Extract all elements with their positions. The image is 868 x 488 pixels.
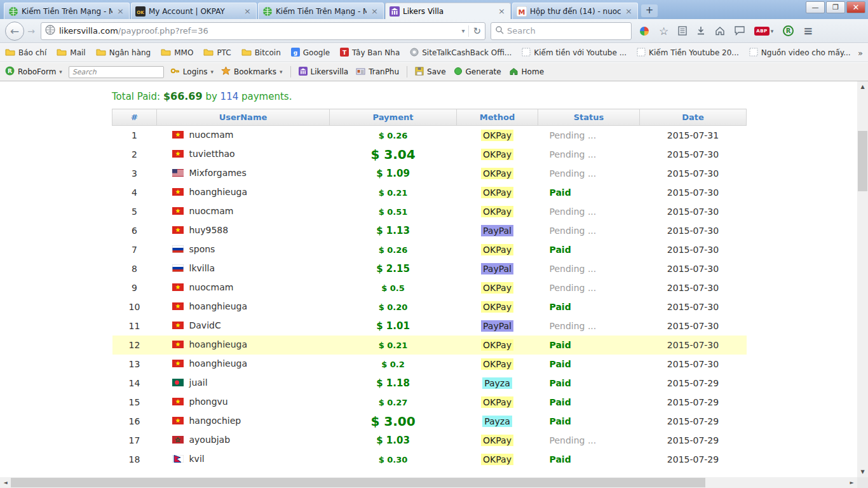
bookmark-item[interactable]: SiteTalkCashBack Offi... [410,48,512,58]
row-number: 10 [112,297,157,316]
roboform-tranphu-button[interactable]: TranPhu [356,67,399,78]
downloads-icon[interactable] [696,26,705,36]
total-paid-label: Total Paid: [112,91,160,102]
bookmark-item[interactable]: PTC [203,48,231,58]
tab-3[interactable]: Kiếm Tiền Trên Mạng - Ma...× [258,3,384,19]
roboform-bookmarks-button[interactable]: Bookmarks▾ [221,66,283,78]
forward-button[interactable]: → [24,26,38,36]
roboform-item-label: Logins [183,67,208,76]
bookmark-item[interactable]: Bitcoin [241,48,281,58]
roboform-taskbar-icon[interactable]: R [783,25,794,36]
roboform-save-button[interactable]: Save [415,67,445,78]
method-cell: OKPay [457,336,538,355]
bookmarks-panel-icon[interactable] [678,26,687,36]
scroll-down-arrow-icon[interactable]: ▼ [857,466,868,477]
bookmark-label: Nguồn video cho mấy... [761,48,851,57]
tab-2[interactable]: OKMy Account | OKPAY× [131,3,257,19]
t-red-icon: T [340,48,349,58]
row-number: 11 [112,316,157,336]
username-cell: hoanghieuga [157,297,330,316]
method-cell: OKPay [457,355,538,374]
search-magnifier-icon[interactable] [495,25,504,37]
url-domain: likersvilla.com [59,26,118,36]
roboform-home-button[interactable]: Home [509,67,544,78]
username-cell: hoanghieuga [157,355,330,374]
bookmark-item[interactable]: Nguồn video cho mấy... [749,48,851,58]
username-cell: hoanghieuga [157,336,330,355]
menu-icon[interactable]: ≡ [803,24,813,37]
search-input[interactable] [507,26,627,36]
dotted-icon [749,48,758,58]
maximize-button[interactable]: ❐ [826,1,845,13]
username: lkvilla [189,263,215,273]
date-cell: 2015-07-30 [640,183,747,202]
flag-vn-icon [172,416,184,426]
dotted-icon [637,48,646,58]
bookmark-label: PTC [217,48,231,57]
date-cell: 2015-07-30 [640,336,747,355]
bookmark-item[interactable]: MMO [161,48,193,58]
tab-1[interactable]: Kiếm Tiền Trên Mạng - Ma...× [4,3,130,19]
username: hangochiep [189,416,241,426]
adblock-icon[interactable]: ABP▾ [754,27,773,36]
bookmark-label: Tây Ban Nha [352,48,400,57]
method-cell: OKPay [457,278,538,297]
date-cell: 2015-07-29 [640,412,747,431]
table-row: 11DavidC$ 1.01PayPalPending ...2015-07-3… [112,316,747,336]
date-cell: 2015-07-30 [640,316,747,336]
vertical-scrollbar-thumb[interactable] [858,131,867,191]
scroll-left-arrow-icon[interactable]: ◄ [0,477,11,488]
horizontal-scrollbar[interactable]: ◄ ► [0,477,857,488]
site-identity-globe-icon[interactable] [45,25,55,37]
tab-5[interactable]: MHộp thư đến (14) - nuocm...× [512,3,638,19]
roboform-generate-button[interactable]: Generate [454,67,501,78]
roboform-menu-button[interactable]: R RoboForm ▾ [5,66,62,78]
bookmark-item[interactable]: gGoogle [291,48,330,58]
bookmark-item[interactable]: Ngân hàng [96,48,151,58]
username: juail [189,377,208,388]
bookmark-star-icon[interactable]: ☆ [659,25,668,37]
vertical-scrollbar[interactable]: ▲ ▼ [857,81,868,477]
roboform-likersvilla-button[interactable]: Likersvilla [299,67,349,78]
roboform-search-input[interactable] [69,66,164,78]
svg-text:R: R [8,68,12,74]
close-button[interactable]: ✕ [846,1,865,13]
username: ayoubjab [189,435,231,445]
status-cell: Pending ... [538,278,640,297]
tab-4[interactable]: Likers Villa× [385,3,511,19]
url-bar[interactable]: likersvilla.com/payproof.php?ref=36 ▾ ↻ [41,22,485,40]
tab-close-icon[interactable]: × [624,7,634,15]
bookmark-item[interactable]: Báo chí [5,48,46,58]
svg-text:g: g [294,50,297,56]
username-cell: hangochiep [157,412,330,431]
folder-icon [96,48,106,58]
new-tab-button[interactable]: + [641,4,658,17]
tab-close-icon[interactable]: × [370,7,379,15]
roboform-item-label: Save [427,67,445,76]
method-cell: OKPay [457,164,538,183]
table-row: 15phongvu$ 0.27OKPayPaid2015-07-29 [112,393,747,412]
payment-cell: $ 0.51 [330,202,457,221]
scroll-up-arrow-icon[interactable]: ▲ [857,81,868,92]
bookmark-item[interactable]: Kiếm Tiền Youtube 20... [637,48,739,58]
payment-cell: $ 1.13 [330,221,457,240]
reload-icon[interactable]: ↻ [468,25,481,37]
bookmark-item[interactable]: TTây Ban Nha [340,48,400,58]
chat-addon-icon[interactable] [735,26,745,36]
horizontal-scrollbar-thumb[interactable] [11,478,705,487]
username-cell: DavidC [157,316,330,336]
tab-close-icon[interactable]: × [243,7,252,15]
urlbar-dropdown-icon[interactable]: ▾ [458,27,468,34]
bookmark-item[interactable]: Mail [57,48,85,58]
search-bar[interactable] [491,22,632,40]
back-button[interactable]: ← [5,22,24,41]
tab-close-icon[interactable]: × [497,7,506,15]
home-icon[interactable] [715,26,725,36]
bookmark-item[interactable]: Kiếm tiền với Youtube ... [522,48,627,58]
tab-close-icon[interactable]: × [116,7,125,15]
pinwheel-addon-icon[interactable] [639,26,649,36]
roboform-logins-button[interactable]: Logins▾ [170,66,214,78]
bookmarks-overflow-chevron-icon[interactable]: » [853,48,863,58]
scroll-right-arrow-icon[interactable]: ► [846,477,857,488]
minimize-button[interactable]: — [806,1,825,13]
